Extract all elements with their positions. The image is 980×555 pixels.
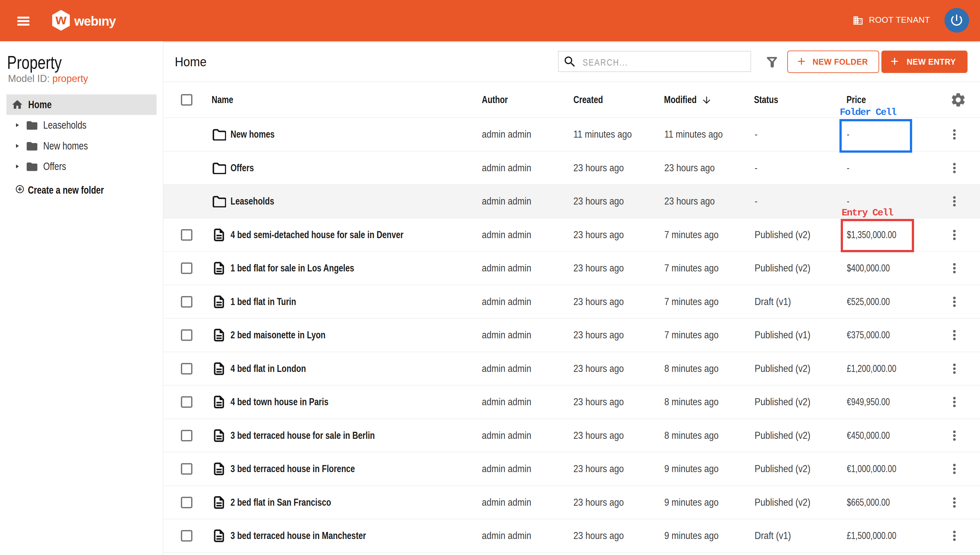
svg-text:w: w xyxy=(55,11,67,27)
